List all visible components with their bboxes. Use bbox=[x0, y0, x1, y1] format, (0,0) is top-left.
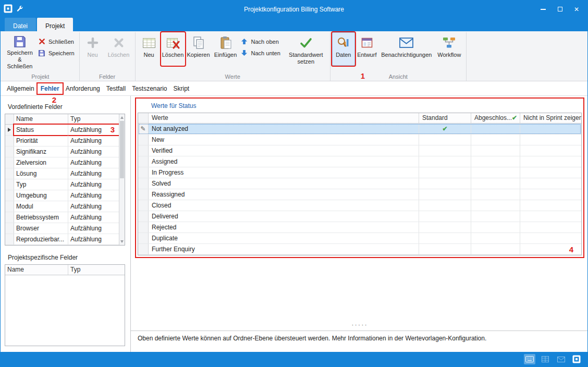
scroll-down-icon[interactable] bbox=[120, 240, 124, 243]
copy-label: Kopieren bbox=[187, 52, 210, 58]
sprint-cell bbox=[520, 156, 581, 167]
row-select-marker bbox=[5, 125, 14, 135]
abgeschlossen-column-header[interactable]: Abgeschlos... ✔ bbox=[471, 113, 520, 123]
field-row[interactable]: PrioritätAufzählung bbox=[5, 136, 119, 146]
field-name-cell: Browser bbox=[14, 223, 68, 234]
sprint-cell bbox=[520, 233, 581, 243]
save-and-close-button[interactable]: Speichern & Schließen bbox=[3, 32, 36, 66]
move-up-button[interactable]: Nach oben bbox=[239, 38, 284, 45]
notifications-button[interactable]: Benachrichtigungen bbox=[379, 32, 434, 66]
value-row[interactable]: Further Enquiry bbox=[138, 244, 581, 255]
name-column-header[interactable]: Name bbox=[14, 114, 68, 124]
move-down-button[interactable]: Nach unten bbox=[239, 49, 284, 57]
value-cell: Assigned bbox=[149, 156, 419, 167]
predefined-fields-title: Vordefinierte Felder bbox=[8, 103, 130, 111]
value-cell: Further Enquiry bbox=[149, 244, 419, 254]
app-logo-icon[interactable] bbox=[571, 354, 582, 364]
value-row[interactable]: Verified bbox=[138, 145, 581, 156]
group-label-felder: Felder bbox=[80, 74, 135, 80]
data-view-button[interactable]: Daten 1 bbox=[332, 32, 355, 66]
delete-field-button[interactable]: Löschen bbox=[104, 32, 133, 66]
type-column-header[interactable]: Typ bbox=[68, 265, 125, 275]
data-magnifier-icon bbox=[337, 35, 350, 51]
close-window-button[interactable]: ✕ bbox=[569, 3, 584, 16]
project-fields-table: Name Typ bbox=[5, 264, 125, 346]
new-value-button[interactable]: Neu bbox=[137, 32, 161, 66]
save-button[interactable]: Speichern bbox=[36, 49, 78, 57]
field-row[interactable]: BrowserAufzählung bbox=[5, 223, 119, 234]
field-name-cell: Signifikanz bbox=[14, 146, 68, 157]
close-icon: ✕ bbox=[574, 6, 579, 13]
field-row[interactable]: SignifikanzAufzählung bbox=[5, 146, 119, 157]
delete-value-button[interactable]: Löschen bbox=[161, 32, 185, 66]
field-row[interactable]: UmgebungAufzählung bbox=[5, 190, 119, 201]
page-tab-testszenario[interactable]: Testszenario bbox=[129, 83, 170, 94]
field-row[interactable]: BetriebssystemAufzählung bbox=[5, 212, 119, 223]
value-row[interactable]: New bbox=[138, 134, 581, 145]
minimize-button[interactable] bbox=[535, 3, 551, 16]
value-row[interactable]: ✎Not analyzed✔ bbox=[138, 124, 581, 134]
mail-status-icon[interactable] bbox=[555, 354, 567, 364]
name-column-header[interactable]: Name bbox=[5, 265, 68, 275]
value-row[interactable]: Solved bbox=[138, 178, 581, 189]
field-row-content: LösungAufzählung bbox=[14, 168, 119, 179]
field-row[interactable]: StatusAufzählung3 bbox=[5, 125, 119, 136]
workflow-button[interactable]: Workflow bbox=[434, 32, 464, 66]
werte-column-header[interactable]: Werte bbox=[149, 113, 419, 123]
scrollbar-thumb[interactable] bbox=[120, 121, 124, 178]
close-button[interactable]: Schließen bbox=[36, 38, 78, 45]
field-row-content: PrioritätAufzählung bbox=[14, 136, 119, 146]
grid-view-icon[interactable] bbox=[540, 354, 551, 364]
value-row[interactable]: Delivered bbox=[138, 211, 581, 222]
page-tab-anforderung[interactable]: Anforderung bbox=[63, 83, 103, 94]
app-icon bbox=[4, 4, 13, 15]
field-type-cell: Aufzählung bbox=[68, 234, 119, 244]
tab-projekt[interactable]: Projekt bbox=[37, 18, 73, 31]
ribbon-group-ansicht: Daten 1 Entwurf Benachrichtigungen Workf… bbox=[330, 32, 467, 81]
page-tab-skript[interactable]: Skript bbox=[170, 83, 193, 94]
row-marker-cell bbox=[138, 200, 149, 211]
sprint-cell bbox=[520, 244, 581, 254]
sprint-column-header[interactable]: Nicht in Sprint zeigen bbox=[520, 113, 581, 123]
value-row[interactable]: Reassigned bbox=[138, 189, 581, 200]
value-row[interactable]: Rejected bbox=[138, 222, 581, 233]
value-row[interactable]: Closed bbox=[138, 200, 581, 211]
set-default-button[interactable]: Standardwert setzen bbox=[284, 32, 328, 66]
value-row[interactable]: Duplicate bbox=[138, 233, 581, 244]
field-row[interactable]: ZielversionAufzählung bbox=[5, 157, 119, 168]
value-row[interactable]: In Progress bbox=[138, 167, 581, 178]
save-label: Speichern bbox=[48, 50, 75, 56]
tab-datei[interactable]: Datei bbox=[5, 18, 36, 31]
page-tab-allgemein[interactable]: Allgemein bbox=[4, 83, 38, 94]
splitter-handle[interactable]: ····· bbox=[138, 321, 582, 329]
paste-button[interactable]: Einfügen bbox=[212, 32, 239, 66]
value-cell: Reassigned bbox=[149, 189, 419, 200]
new-field-button[interactable]: Neu bbox=[81, 32, 104, 66]
field-row[interactable]: Reproduzierbar...Aufzählung bbox=[5, 234, 119, 245]
maximize-button[interactable] bbox=[552, 3, 568, 16]
standard-cell bbox=[419, 244, 471, 254]
values-title: Werte für Status bbox=[151, 102, 582, 109]
page-tab-fehler[interactable]: Fehler2 bbox=[38, 83, 63, 94]
paste-label: Einfügen bbox=[214, 52, 237, 58]
copy-button[interactable]: Kopieren bbox=[185, 32, 212, 66]
field-row[interactable]: TypAufzählung bbox=[5, 179, 119, 190]
draft-view-button[interactable]: Entwurf bbox=[355, 32, 379, 66]
field-row[interactable]: ModulAufzählung bbox=[5, 201, 119, 212]
standard-column-header[interactable]: Standard bbox=[419, 113, 471, 123]
type-column-header[interactable]: Typ bbox=[68, 114, 119, 124]
draft-view-label: Entwurf bbox=[357, 52, 376, 58]
ribbon-group-werte: Neu Löschen Kopieren Einfügen Nach oben bbox=[136, 32, 330, 81]
project-fields-body bbox=[5, 275, 125, 346]
marker-column-header bbox=[5, 114, 14, 124]
pencil-icon: ✎ bbox=[138, 124, 149, 134]
fields-scrollbar[interactable] bbox=[119, 114, 125, 245]
page-tab-testfall[interactable]: Testfall bbox=[103, 83, 129, 94]
close-label: Schließen bbox=[48, 39, 74, 45]
keyboard-panel-icon[interactable] bbox=[524, 354, 535, 364]
abgeschlossen-cell bbox=[471, 124, 520, 134]
value-row[interactable]: Assigned bbox=[138, 156, 581, 167]
field-row[interactable]: LösungAufzählung bbox=[5, 168, 119, 179]
scroll-up-icon[interactable] bbox=[120, 116, 124, 119]
sprint-cell bbox=[520, 124, 581, 134]
